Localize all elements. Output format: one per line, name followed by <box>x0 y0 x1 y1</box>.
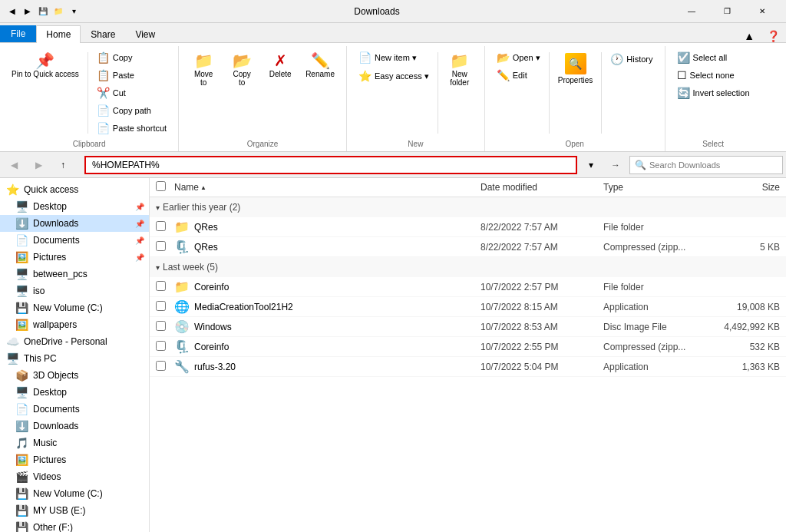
sidebar-item-other-f[interactable]: 💾 Other (F:) <box>0 519 149 532</box>
sidebar-item-label: wallpapers <box>33 319 77 330</box>
history-button[interactable]: 🕐 History <box>605 51 658 68</box>
tab-view[interactable]: View <box>125 25 165 43</box>
ribbon-tabs: File Home Share View ▲ ❓ <box>0 23 786 43</box>
table-row[interactable]: 📁 Coreinfo 10/7/2022 2:57 PM File folder <box>150 277 786 297</box>
row-checkbox[interactable] <box>156 221 166 231</box>
close-button[interactable]: ✕ <box>745 0 780 23</box>
sidebar-item-music[interactable]: 🎵 Music <box>0 435 149 451</box>
copy-button[interactable]: 📋 Copy <box>91 49 172 66</box>
new-volume-icon: 💾 <box>15 302 28 314</box>
sidebar-item-documents-qa[interactable]: 📄 Documents 📌 <box>0 232 149 249</box>
properties-button[interactable]: 🔍 Properties <box>553 49 599 88</box>
sidebar-item-documents-pc[interactable]: 📄 Documents <box>0 401 149 418</box>
sidebar-item-videos[interactable]: 🎬 Videos <box>0 468 149 485</box>
row-checkbox[interactable] <box>156 241 166 251</box>
table-row[interactable]: 📁 QRes 8/22/2022 7:57 AM File folder <box>150 217 786 237</box>
search-input[interactable] <box>649 160 778 170</box>
tab-share[interactable]: Share <box>81 25 125 43</box>
sidebar-item-quick-access[interactable]: ⭐ Quick access <box>0 181 149 198</box>
rename-button[interactable]: ✏️ Rename <box>300 49 340 82</box>
paste-shortcut-button[interactable]: 📄 Paste shortcut <box>91 120 172 137</box>
restore-button[interactable]: ❐ <box>709 0 745 23</box>
navigate-button[interactable]: → <box>605 154 626 176</box>
file-name: Coreinfo <box>194 342 481 352</box>
pin-to-quick-access-button[interactable]: 📌 Pin to Quick access <box>6 49 84 83</box>
select-buttons: ☑️ Select all ☐ Select none 🔄 Invert sel… <box>672 49 755 101</box>
row-checkbox[interactable] <box>156 341 166 351</box>
sidebar-item-desktop-qa[interactable]: 🖥️ Desktop 📌 <box>0 198 149 215</box>
move-to-button[interactable]: 📁 Moveto <box>185 49 222 91</box>
sidebar-item-onedrive[interactable]: ☁️ OneDrive - Personal <box>0 333 149 350</box>
address-dropdown-button[interactable]: ▾ <box>580 154 602 176</box>
help-button[interactable]: ❓ <box>761 30 786 42</box>
select-all-icon: ☑️ <box>677 51 690 64</box>
new-folder-button[interactable]: 📁 Newfolder <box>441 49 478 91</box>
col-header-size[interactable]: Size <box>703 182 780 193</box>
group-earlier-this-year[interactable]: ▾ Earlier this year (2) <box>150 197 786 217</box>
sidebar-item-downloads-pc[interactable]: ⬇️ Downloads <box>0 418 149 435</box>
col-header-type[interactable]: Type <box>603 182 703 193</box>
select-all-button[interactable]: ☑️ Select all <box>672 49 755 66</box>
table-row[interactable]: 🗜️ QRes 8/22/2022 7:57 AM Compressed (zi… <box>150 237 786 257</box>
edit-button[interactable]: ✏️ Edit <box>491 67 546 84</box>
select-none-button[interactable]: ☐ Select none <box>672 67 755 84</box>
file-checkbox[interactable] <box>156 221 174 233</box>
new-item-button[interactable]: 📄 New item ▾ <box>353 49 434 66</box>
sidebar-item-my-usb[interactable]: 💾 MY USB (E:) <box>0 502 149 519</box>
sidebar-item-between-pcs[interactable]: 🖥️ between_pcs <box>0 266 149 283</box>
minimize-button[interactable]: — <box>674 0 709 23</box>
sidebar-item-downloads-qa[interactable]: ⬇️ Downloads 📌 <box>0 215 149 232</box>
properties-icon: 🔍 <box>565 53 586 74</box>
header-checkbox[interactable] <box>156 181 174 193</box>
delete-button[interactable]: ✗ Delete <box>262 49 299 82</box>
folder-icon: 📁 <box>174 279 190 294</box>
file-checkbox[interactable] <box>156 361 174 373</box>
group-last-week[interactable]: ▾ Last week (5) <box>150 257 786 277</box>
invert-selection-button[interactable]: 🔄 Invert selection <box>672 84 755 101</box>
file-checkbox[interactable] <box>156 321 174 333</box>
paste-shortcut-icon: 📄 <box>97 122 110 134</box>
sidebar-item-desktop-pc[interactable]: 🖥️ Desktop <box>0 384 149 401</box>
select-all-checkbox[interactable] <box>156 181 166 191</box>
row-checkbox[interactable] <box>156 301 166 311</box>
forward-nav-button[interactable]: ▶ <box>28 154 49 176</box>
sidebar-item-3d-objects[interactable]: 📦 3D Objects <box>0 367 149 384</box>
copy-to-button[interactable]: 📂 Copyto <box>223 49 260 91</box>
ribbon-expand[interactable]: ▲ <box>738 30 761 42</box>
file-checkbox[interactable] <box>156 301 174 313</box>
sidebar-item-pictures-pc[interactable]: 🖼️ Pictures <box>0 451 149 468</box>
table-row[interactable]: 🗜️ Coreinfo 10/7/2022 2:55 PM Compressed… <box>150 337 786 357</box>
file-name: QRes <box>194 242 481 253</box>
row-checkbox[interactable] <box>156 321 166 331</box>
file-checkbox[interactable] <box>156 281 174 293</box>
file-checkbox[interactable] <box>156 341 174 353</box>
table-row[interactable]: 🌐 MediaCreationTool21H2 10/7/2022 8:15 A… <box>150 297 786 317</box>
copy-path-button[interactable]: 📄 Copy path <box>91 102 172 119</box>
tab-home[interactable]: Home <box>36 25 81 43</box>
sidebar-item-new-volume-c2[interactable]: 💾 New Volume (C:) <box>0 485 149 502</box>
sidebar-item-label: OneDrive - Personal <box>24 336 107 347</box>
file-date: 10/7/2022 8:53 AM <box>481 322 603 332</box>
tab-file[interactable]: File <box>0 25 36 42</box>
sidebar-item-new-volume[interactable]: 💾 New Volume (C:) <box>0 299 149 316</box>
address-input[interactable] <box>84 156 577 174</box>
dropdown-icon[interactable]: ▾ <box>68 5 80 18</box>
scissors-icon: ✂️ <box>97 87 110 99</box>
sidebar-item-iso[interactable]: 🖥️ iso <box>0 283 149 299</box>
row-checkbox[interactable] <box>156 281 166 291</box>
file-checkbox[interactable] <box>156 241 174 253</box>
open-button[interactable]: 📂 Open ▾ <box>491 49 546 66</box>
table-row[interactable]: 💿 Windows 10/7/2022 8:53 AM Disc Image F… <box>150 317 786 337</box>
up-button[interactable]: ↑ <box>52 154 74 176</box>
table-row[interactable]: 🔧 rufus-3.20 10/7/2022 5:04 PM Applicati… <box>150 357 786 377</box>
paste-button[interactable]: 📋 Paste <box>91 67 172 84</box>
sidebar-item-wallpapers[interactable]: 🖼️ wallpapers <box>0 316 149 333</box>
sidebar-item-pictures-qa[interactable]: 🖼️ Pictures 📌 <box>0 249 149 266</box>
sidebar-item-this-pc[interactable]: 🖥️ This PC <box>0 350 149 367</box>
cut-button[interactable]: ✂️ Cut <box>91 84 172 101</box>
col-header-date[interactable]: Date modified <box>481 182 603 193</box>
easy-access-button[interactable]: ⭐ Easy access ▾ <box>353 68 434 84</box>
col-header-name[interactable]: Name ▲ <box>174 182 481 193</box>
back-button[interactable]: ◀ <box>3 154 25 176</box>
row-checkbox[interactable] <box>156 361 166 371</box>
